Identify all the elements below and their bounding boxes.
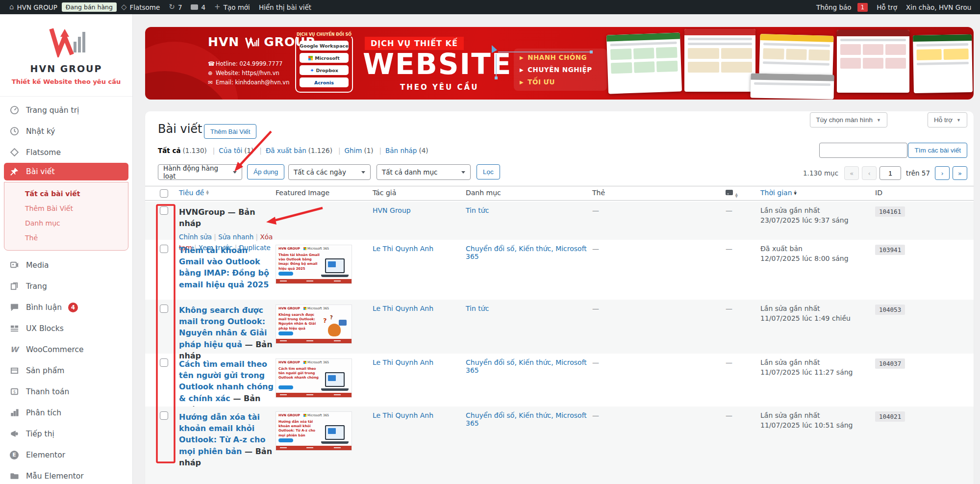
sort-date-header[interactable]: Thời gian▲▼ xyxy=(760,189,797,197)
comment-bubble-icon xyxy=(726,190,733,195)
admin-bar-notifications[interactable]: Thông báo 1 xyxy=(812,0,872,14)
admin-bar-new[interactable]: + Tạo mới xyxy=(210,0,254,14)
apply-button[interactable]: Áp dụng xyxy=(247,164,284,179)
filter-button[interactable]: Lọc xyxy=(477,164,500,179)
author-link[interactable]: Le Thi Quynh Anh xyxy=(373,358,433,366)
pushpin-icon xyxy=(9,167,20,176)
author-header: Tác giả xyxy=(373,189,461,197)
sort-title-header[interactable]: Tiêu đề▲▼ xyxy=(179,189,209,197)
sidebar-item-log[interactable]: Nhật ký xyxy=(0,121,132,142)
filter-published[interactable]: Đã xuất bản(1.126) xyxy=(266,147,345,154)
last-page-button[interactable]: » xyxy=(953,166,967,180)
help-button[interactable]: Hỗ trợ▼ xyxy=(928,112,967,127)
page-title: Bài viết xyxy=(158,122,202,136)
sidebar-item-media[interactable]: Media xyxy=(0,255,132,276)
store-status-badge[interactable]: Đang bán hàng xyxy=(62,2,117,12)
admin-bar-support[interactable]: Hỗ trợ xyxy=(872,0,902,14)
post-date: 11/07/2025 lúc 10:51 sáng xyxy=(760,421,866,429)
laptop-illustration xyxy=(321,425,349,444)
table-row: Cách tìm email theo tên người gửi trong … xyxy=(145,354,974,407)
author-link[interactable]: Le Thi Quynh Anh xyxy=(373,411,433,419)
promo-banner[interactable]: HVN GROUP ☎Hotline: 024.9999.7777 ⊕Websi… xyxy=(145,27,974,100)
submenu-add-post[interactable]: Thêm Bài Viết xyxy=(4,201,128,216)
row-checkbox[interactable] xyxy=(160,206,168,215)
featured-image-header: Featured Image xyxy=(276,189,354,197)
notifications-count-badge: 1 xyxy=(857,3,868,12)
sidebar-item-posts[interactable]: Bài viết xyxy=(4,163,128,180)
featured-image-thumbnail[interactable]: HVN GROUPMicrosoft 365 Thêm tài khoản Gm… xyxy=(276,245,352,284)
category-link[interactable]: Tin tức xyxy=(466,305,489,312)
tags-cell: — xyxy=(592,411,651,419)
woocommerce-icon: W xyxy=(9,345,20,354)
sidebar-logo[interactable]: HVN GROUP Thiết kế Website theo yêu cầu xyxy=(0,14,132,85)
table-row: HVNGroup — Bản nháp Chỉnh sửaSửa nhanhXó… xyxy=(145,202,974,240)
current-page-input[interactable] xyxy=(879,166,901,180)
category-link[interactable]: Chuyển đổi số, Kiến thức, Microsoft 365 xyxy=(466,358,587,374)
next-page-button[interactable]: › xyxy=(935,166,950,180)
admin-bar-account[interactable]: Xin chào, HVN Grou xyxy=(902,0,975,14)
filter-all[interactable]: Tất cả(1.130) xyxy=(158,147,219,154)
sidebar-item-elementor-templates[interactable]: Mẫu Elementor xyxy=(0,465,132,484)
admin-bar-updates[interactable]: ↻ 7 xyxy=(164,0,186,14)
comments-cell: — xyxy=(726,305,755,312)
row-checkbox[interactable] xyxy=(160,411,168,420)
filter-sticky[interactable]: Ghim(1) xyxy=(344,147,385,154)
hvn-logo-icon xyxy=(45,27,87,57)
author-link[interactable]: Le Thi Quynh Anh xyxy=(373,245,433,253)
dropbox-logo-icon: ✦ xyxy=(310,68,314,73)
sidebar-item-analytics[interactable]: Phân tích xyxy=(0,402,132,423)
row-checkbox[interactable] xyxy=(160,245,168,253)
sidebar-item-pages[interactable]: Trang xyxy=(0,276,132,297)
sidebar-item-products[interactable]: Sản phẩm xyxy=(0,360,132,381)
admin-bar-view-posts[interactable]: Hiển thị bài viết xyxy=(254,0,316,14)
author-link[interactable]: Le Thi Quynh Anh xyxy=(373,305,433,312)
category-link[interactable]: Chuyển đổi số, Kiến thức, Microsoft 365 xyxy=(466,411,587,427)
search-posts-input[interactable] xyxy=(819,143,907,158)
row-checkbox[interactable] xyxy=(160,358,168,367)
post-id-badge: 104037 xyxy=(875,358,905,369)
admin-bar-comments[interactable]: 4 xyxy=(186,0,210,14)
sidebar-item-comments[interactable]: Bình luận 4 xyxy=(0,297,132,318)
date-filter-select[interactable]: Tất cả các ngày xyxy=(288,164,371,180)
featured-image-thumbnail[interactable]: HVN GROUPMicrosoft 365 Không search được… xyxy=(276,305,352,344)
admin-bar-site-menu[interactable]: ⌂ HVN GROUP xyxy=(5,0,62,14)
add-post-button[interactable]: Thêm Bài Viết xyxy=(204,124,256,139)
filter-mine[interactable]: Của tôi(1) xyxy=(219,147,266,154)
microsoft-logo-icon xyxy=(303,361,306,364)
first-page-button[interactable]: « xyxy=(844,166,859,180)
sidebar-item-flatsome[interactable]: Flatsome xyxy=(0,142,132,163)
comments-header[interactable]: ▲▼ xyxy=(726,189,755,198)
category-filter-select[interactable]: Tất cả danh mục xyxy=(377,164,471,180)
filter-draft[interactable]: Bản nháp(4) xyxy=(385,147,428,154)
category-link[interactable]: Tin tức xyxy=(466,206,489,214)
admin-bar-flatsome[interactable]: ◇ Flatsome xyxy=(117,0,164,14)
payment-icon: $ xyxy=(9,387,20,396)
bullet-arrow-icon: ▶ xyxy=(520,67,524,73)
author-link[interactable]: HVN Group xyxy=(373,206,411,214)
row-checkbox[interactable] xyxy=(160,305,168,313)
bulk-action-select[interactable]: Hành động hàng loạt xyxy=(158,164,242,180)
prev-page-button[interactable]: ‹ xyxy=(862,166,877,180)
post-title-link[interactable]: HVNGroup xyxy=(179,207,225,217)
sidebar-item-payments[interactable]: $ Thanh toán xyxy=(0,381,132,402)
sidebar-item-ux-blocks[interactable]: UX Blocks xyxy=(0,318,132,339)
select-all-checkbox[interactable] xyxy=(160,189,168,198)
category-link[interactable]: Chuyển đổi số, Kiến thức, Microsoft 365 xyxy=(466,245,587,260)
thumb-cta-pill xyxy=(278,438,293,442)
screen-options-button[interactable]: Tùy chọn màn hình▼ xyxy=(810,112,888,127)
sidebar-item-elementor[interactable]: E Elementor xyxy=(0,444,132,465)
submenu-categories[interactable]: Danh mục xyxy=(4,216,128,230)
post-status: Lần sửa gần nhất xyxy=(760,305,866,312)
post-id-badge: 104053 xyxy=(875,305,905,315)
submenu-tags[interactable]: Thẻ xyxy=(4,230,128,245)
category-header: Danh mục xyxy=(466,189,591,197)
submenu-all-posts[interactable]: Tất cả bài viết xyxy=(4,186,128,201)
service-microsoft: Microsoft xyxy=(300,53,349,63)
sidebar-item-dashboard[interactable]: Trang quản trị xyxy=(0,100,132,121)
sidebar-item-woocommerce[interactable]: W WooCommerce xyxy=(0,339,132,360)
search-posts-button[interactable]: Tìm các bài viết xyxy=(908,143,967,158)
sidebar-item-marketing[interactable]: Tiếp thị xyxy=(0,423,132,444)
featured-image-thumbnail[interactable]: HVN GROUPMicrosoft 365 Cách tìm email th… xyxy=(276,358,352,398)
featured-image-thumbnail[interactable]: HVN GROUPMicrosoft 365 Hướng dẫn xóa tài… xyxy=(276,411,352,451)
post-title-link[interactable]: Thêm tài khoản Gmail vào Outlook bằng IM… xyxy=(179,246,269,289)
